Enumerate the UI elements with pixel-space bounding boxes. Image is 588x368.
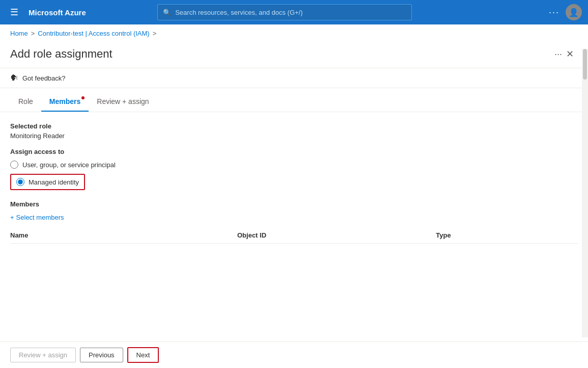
breadcrumb-sep-2: > [153,30,157,37]
breadcrumb: Home > Contributor-test | Access control… [0,24,588,42]
radio-user-group-label: User, group, or service principal [22,161,116,169]
members-section: Members + Select members Name Object ID … [10,200,578,244]
review-assign-button[interactable]: Review + assign [10,348,76,362]
radio-managed-identity-label: Managed identity [29,178,79,186]
menu-icon[interactable]: ☰ [6,5,22,20]
col-header-objectid: Object ID [237,227,436,244]
panel-title: Add role assignment [10,47,549,61]
app-title: Microsoft Azure [29,8,86,17]
members-heading: Members [10,200,578,208]
scrollbar-track[interactable] [582,49,588,337]
tabs-bar: Role Members Review + assign [0,92,588,112]
select-members-label: Select members [16,214,64,221]
selected-role-label: Selected role [10,122,578,130]
radio-managed-identity-input[interactable] [16,178,24,186]
col-header-type: Type [436,227,578,244]
tab-members-dot [81,96,85,99]
feedback-icon: 🗣 [10,73,18,83]
topbar-right: ··· 👤 [549,4,582,20]
breadcrumb-contributor[interactable]: Contributor-test | Access control (IAM) [38,30,149,37]
feedback-label: Got feedback? [22,74,66,82]
feedback-bar: 🗣 Got feedback? [0,68,588,88]
search-icon: 🔍 [163,9,171,16]
radio-user-group[interactable]: User, group, or service principal [10,161,578,169]
avatar[interactable]: 👤 [566,4,582,20]
radio-user-group-input[interactable] [10,161,18,169]
select-members-link[interactable]: + Select members [10,214,64,221]
search-bar[interactable]: 🔍 Search resources, services, and docs (… [157,4,412,20]
main-panel: Home > Contributor-test | Access control… [0,24,588,368]
close-button[interactable]: ✕ [562,46,578,62]
breadcrumb-sep-1: > [31,30,35,37]
col-header-name: Name [10,227,237,244]
assign-access-radio-group: User, group, or service principal Manage… [10,161,578,190]
previous-button[interactable]: Previous [80,348,123,362]
form-content: Selected role Monitoring Reader Assign a… [0,112,588,326]
tab-members[interactable]: Members [41,92,89,112]
topbar-more-icon[interactable]: ··· [549,7,559,18]
breadcrumb-home[interactable]: Home [10,30,28,37]
next-button[interactable]: Next [127,347,159,363]
select-members-plus: + [10,214,14,221]
tab-review-assign[interactable]: Review + assign [89,92,157,112]
members-table: Name Object ID Type [10,227,578,244]
panel-more-icon[interactable]: ··· [554,49,562,60]
selected-role-value: Monitoring Reader [10,132,578,140]
tab-role[interactable]: Role [10,92,41,112]
assign-access-label: Assign access to [10,148,578,155]
top-navbar: ☰ Microsoft Azure 🔍 Search resources, se… [0,0,588,24]
managed-identity-option[interactable]: Managed identity [10,174,85,190]
panel-header: Add role assignment ··· ✕ [0,42,588,68]
scrollbar-thumb[interactable] [583,49,587,80]
search-placeholder: Search resources, services, and docs (G+… [175,9,302,16]
footer: Review + assign Previous Next [0,341,588,368]
